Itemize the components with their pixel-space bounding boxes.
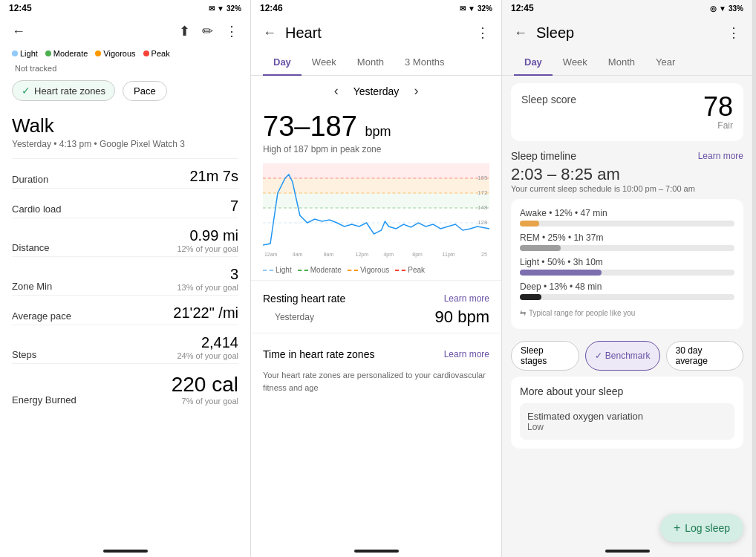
- resting-learn-more[interactable]: Learn more: [444, 293, 489, 304]
- svg-rect-1: [263, 178, 489, 193]
- back-icon-p3[interactable]: ←: [514, 25, 527, 41]
- sleep-tab-year[interactable]: Year: [645, 49, 685, 75]
- divider-p2-1: [251, 280, 501, 281]
- mail-icon: ✉: [209, 4, 215, 13]
- more-sleep-card: More about your sleep Estimated oxygen v…: [511, 377, 743, 449]
- plus-icon: +: [674, 521, 680, 535]
- stage-label: Deep • 13% • 48 min: [520, 281, 734, 292]
- battery-p3: 33%: [729, 4, 743, 13]
- legend-moderate-p2: Moderate: [298, 266, 342, 274]
- share-icon[interactable]: ⬆: [179, 23, 190, 39]
- time-zones-header: Time in heart rate zones Learn more: [251, 339, 501, 363]
- battery-p1: 32%: [227, 4, 241, 13]
- legend-vigorous-p2: Vigorous: [348, 266, 389, 274]
- sleep-timeline-title: Sleep timeline: [511, 150, 576, 162]
- sleep-tabs: Day Week Month Year: [502, 49, 752, 76]
- filter-row: Sleep stages ✓ Benchmark 30 day average: [502, 335, 752, 377]
- more-icon[interactable]: ⋮: [225, 23, 238, 39]
- svg-text:12am: 12am: [264, 252, 278, 257]
- date-label: Yesterday: [353, 85, 400, 97]
- back-icon-p2[interactable]: ←: [263, 25, 276, 41]
- typical-note: ⇆ Typical range for people like you: [520, 306, 734, 320]
- back-icon[interactable]: ←: [12, 24, 25, 39]
- heart-tabs: Day Week Month 3 Months: [251, 49, 501, 76]
- filter-30day[interactable]: 30 day average: [666, 341, 743, 371]
- divider-p2-2: [251, 333, 501, 333]
- time-p1: 12:45: [9, 3, 32, 13]
- metric-zone-min: Zone Min 3 13% of your goal: [0, 257, 250, 295]
- filter-benchmark[interactable]: ✓ Benchmark: [585, 341, 660, 371]
- signal-icon: ▼: [217, 4, 224, 13]
- sleep-stage-row: REM • 25% • 1h 37m: [520, 232, 734, 251]
- typical-icon: ⇆: [520, 309, 526, 317]
- svg-text:4am: 4am: [293, 252, 303, 257]
- status-bar-p3: 12:45 ◎ ▼ 33%: [502, 0, 752, 16]
- tab-month-p2[interactable]: Month: [347, 49, 394, 75]
- sleep-title: Sleep: [536, 25, 574, 42]
- time-p2: 12:46: [260, 3, 283, 13]
- timeline-learn-more[interactable]: Learn more: [698, 151, 743, 161]
- resting-hr-header: Resting heart rate Learn more: [251, 284, 501, 307]
- stage-label: Awake • 12% • 47 min: [520, 208, 734, 218]
- sleep-schedule: Your current sleep schedule is 10:00 pm …: [502, 184, 752, 199]
- svg-text:195: 195: [478, 175, 488, 181]
- sleep-score-row: Sleep score 78 Fair: [521, 94, 733, 131]
- bpm-range: 73–187 bpm: [251, 106, 501, 144]
- light-dash: [263, 270, 273, 271]
- next-date[interactable]: ›: [414, 83, 418, 99]
- battery-p2: 32%: [478, 4, 492, 13]
- pace-btn-label: Pace: [134, 85, 156, 97]
- sleep-tab-day[interactable]: Day: [514, 49, 553, 75]
- stage-bar-fill: [520, 221, 539, 227]
- tab-day-p2[interactable]: Day: [263, 49, 302, 75]
- tab-week-p2[interactable]: Week: [302, 49, 347, 75]
- bpm-sub: High of 187 bpm in peak zone: [251, 144, 501, 160]
- metric-steps: Steps 2,414 24% of your goal: [0, 325, 250, 363]
- svg-text:12pm: 12pm: [356, 252, 369, 258]
- legend-peak: Peak: [143, 49, 170, 58]
- status-bar-p1: 12:45 ✉ ▼ 32%: [0, 0, 250, 16]
- status-icons-p1: ✉ ▼ 32%: [209, 4, 241, 13]
- mail-icon-p2: ✉: [460, 4, 466, 13]
- time-zones-learn-more[interactable]: Learn more: [444, 349, 489, 359]
- toolbar-p3: ← Sleep ⋮: [502, 16, 752, 49]
- pace-button[interactable]: Pace: [123, 81, 167, 101]
- signal-icon-p2: ▼: [468, 4, 475, 13]
- svg-text:4pm: 4pm: [383, 252, 394, 258]
- vigorous-dot: [95, 51, 101, 56]
- status-bar-p2: 12:46 ✉ ▼ 32%: [251, 0, 501, 16]
- more-icon-p2[interactable]: ⋮: [476, 25, 489, 41]
- location-icon: ◎: [710, 4, 717, 13]
- stage-bar-track: [520, 294, 734, 300]
- log-sleep-fab[interactable]: + Log sleep: [660, 514, 743, 542]
- prev-date[interactable]: ‹: [334, 83, 339, 99]
- stage-label: Light • 50% • 3h 10m: [520, 257, 734, 267]
- more-icon-p3[interactable]: ⋮: [727, 25, 740, 41]
- legend-moderate: Moderate: [45, 49, 88, 58]
- filter-sleep-stages[interactable]: Sleep stages: [511, 341, 579, 371]
- nav-bottom-p1: [103, 550, 148, 553]
- sleep-tab-month[interactable]: Month: [598, 49, 645, 75]
- stage-label: REM • 25% • 1h 37m: [520, 232, 734, 243]
- vigorous-dash: [348, 270, 358, 271]
- sleep-score-label: Sleep score: [521, 94, 576, 105]
- sleep-tab-week[interactable]: Week: [553, 49, 598, 75]
- svg-rect-0: [263, 163, 489, 178]
- stage-bar-track: [520, 270, 734, 276]
- metric-pace: Average pace 21'22" /mi: [0, 296, 250, 325]
- metric-cardio: Cardio load 7: [0, 189, 250, 218]
- sleep-timeline-header: Sleep timeline Learn more: [502, 149, 752, 165]
- metric-duration: Duration 21m 7s: [0, 159, 250, 188]
- tab-3months-p2[interactable]: 3 Months: [394, 49, 454, 75]
- metric-energy: Energy Burned 220 cal 7% of your goal: [0, 364, 250, 408]
- heart-rate-zones-button[interactable]: ✓ Heart rate zones: [12, 80, 115, 101]
- nav-bottom-p3: [605, 550, 650, 553]
- edit-icon[interactable]: ✏: [202, 23, 213, 39]
- chart-legend-row: Light Moderate Vigorous Peak: [251, 263, 501, 277]
- zone-row: ✓ Heart rate zones Pace: [0, 76, 250, 105]
- sleep-score-fair: Fair: [703, 120, 733, 131]
- time-p3: 12:45: [511, 3, 534, 13]
- not-tracked-row: Not tracked: [0, 61, 250, 76]
- heart-title: Heart: [285, 25, 322, 42]
- svg-text:128: 128: [478, 219, 488, 226]
